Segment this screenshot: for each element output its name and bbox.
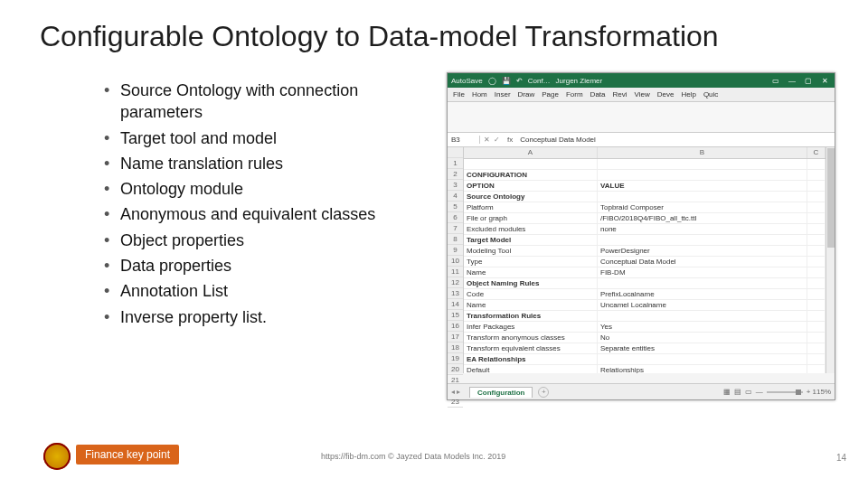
table-row[interactable]: Modeling ToolPowerDesigner bbox=[464, 246, 835, 257]
page-number: 14 bbox=[836, 453, 846, 463]
ribbon-tab[interactable]: File bbox=[451, 90, 467, 99]
bullet-item: Target tool and model bbox=[104, 127, 439, 149]
ribbon-tab[interactable]: Help bbox=[679, 90, 697, 99]
undo-icon[interactable]: ↶ bbox=[516, 77, 523, 85]
bullet-item: Source Ontology with connection paramete… bbox=[104, 80, 439, 124]
table-row[interactable]: Infer PackagesYes bbox=[464, 322, 835, 333]
badge-icon bbox=[43, 443, 71, 470]
table-row[interactable]: Transform equivalent classesSeparate ent… bbox=[464, 343, 835, 354]
table-row[interactable]: Source Ontology bbox=[464, 192, 835, 202]
filename-label: Conf… bbox=[528, 77, 551, 85]
ribbon-tab[interactable]: Draw bbox=[516, 90, 537, 99]
bullet-list: Source Ontology with connection paramete… bbox=[104, 80, 439, 332]
ribbon-tab[interactable]: Revi bbox=[611, 90, 629, 99]
bullet-item: Inverse property list. bbox=[104, 306, 439, 328]
autosave-toggle-icon[interactable]: ◯ bbox=[488, 77, 496, 85]
ribbon-tab[interactable]: Quic bbox=[702, 90, 720, 99]
excel-sheet-tabs: ◂ ▸ Configuration + ▦ ▤ ▭ — + 115% bbox=[448, 383, 835, 399]
footer-text: https://fib-dm.com © Jayzed Data Models … bbox=[321, 452, 505, 461]
excel-formula-bar: B3 ✕✓ fx Conceptual Data Model bbox=[448, 133, 835, 147]
table-row[interactable]: DefaultRelationships bbox=[464, 365, 835, 373]
ribbon-tab[interactable]: Page bbox=[540, 90, 561, 99]
row-headers: 1234567891011121314151617181920212223 bbox=[448, 147, 464, 373]
table-row[interactable]: NameUncamel Localname bbox=[464, 300, 835, 311]
close-icon[interactable]: ✕ bbox=[818, 77, 831, 85]
sheet-nav-next-icon[interactable]: ▸ bbox=[457, 388, 460, 396]
table-row[interactable]: TypeConceptual Data Model bbox=[464, 257, 835, 267]
sheet-tab-configuration[interactable]: Configuration bbox=[469, 387, 533, 398]
bullet-item: Annotation List bbox=[104, 280, 439, 302]
name-box[interactable]: B3 bbox=[448, 136, 480, 144]
bullet-item: Ontology module bbox=[104, 178, 439, 200]
finance-key-label: Finance key point bbox=[76, 445, 179, 465]
ribbon-options-icon[interactable]: ▭ bbox=[769, 77, 782, 85]
table-row[interactable]: CONFIGURATION bbox=[464, 170, 835, 181]
autosave-label: AutoSave bbox=[451, 77, 483, 85]
cancel-icon[interactable]: ✕ bbox=[484, 136, 490, 144]
user-label: Jurgen Ziemer bbox=[556, 77, 603, 85]
excel-ribbon-tabs: FileHomInserDrawPageFormDataReviViewDeve… bbox=[448, 88, 835, 102]
table-row[interactable]: EA Relationships bbox=[464, 354, 835, 365]
ribbon-tab[interactable]: Hom bbox=[470, 90, 489, 99]
table-row[interactable]: Object Naming Rules bbox=[464, 278, 835, 289]
table-row[interactable]: Target Model bbox=[464, 235, 835, 246]
bullet-item: Data properties bbox=[104, 255, 439, 277]
excel-titlebar: AutoSave ◯ 💾 ↶ Conf… Jurgen Ziemer ▭ — ▢… bbox=[448, 73, 835, 88]
table-row[interactable]: CodePrefixLocalname bbox=[464, 289, 835, 300]
table-row[interactable]: Transformation Rules bbox=[464, 311, 835, 322]
view-page-icon[interactable]: ▤ bbox=[734, 388, 741, 396]
zoom-slider[interactable] bbox=[767, 391, 803, 393]
maximize-icon[interactable]: ▢ bbox=[802, 77, 815, 85]
save-icon[interactable]: 💾 bbox=[502, 77, 511, 85]
excel-ribbon-area bbox=[448, 102, 835, 133]
formula-value[interactable]: Conceptual Data Model bbox=[516, 136, 599, 144]
scrollbar-vertical[interactable] bbox=[826, 147, 835, 373]
zoom-value[interactable]: + 115% bbox=[807, 388, 831, 396]
bullet-item: Name translation rules bbox=[104, 153, 439, 174]
table-row[interactable] bbox=[464, 159, 835, 170]
ribbon-tab[interactable]: Inser bbox=[493, 90, 513, 99]
ribbon-tab[interactable]: View bbox=[633, 90, 652, 99]
excel-grid: 1234567891011121314151617181920212223 A … bbox=[448, 147, 835, 373]
table-row[interactable]: Transform anonymous classesNo bbox=[464, 333, 835, 343]
table-row[interactable]: Excluded modulesnone bbox=[464, 224, 835, 235]
table-row[interactable]: File or graph/FIBO/2018Q4/FIBO_all_ttc.t… bbox=[464, 213, 835, 224]
bullet-item: Anonymous and equivalent classes bbox=[104, 203, 439, 225]
ribbon-tab[interactable]: Deve bbox=[656, 90, 676, 99]
excel-screenshot: AutoSave ◯ 💾 ↶ Conf… Jurgen Ziemer ▭ — ▢… bbox=[447, 72, 835, 400]
table-row[interactable]: NameFIB-DM bbox=[464, 267, 835, 278]
enter-icon[interactable]: ✓ bbox=[494, 136, 500, 144]
view-normal-icon[interactable]: ▦ bbox=[723, 388, 731, 396]
view-break-icon[interactable]: ▭ bbox=[745, 388, 752, 396]
ribbon-tab[interactable]: Form bbox=[564, 90, 585, 99]
col-headers: A B C bbox=[464, 147, 835, 159]
fx-icon[interactable]: fx bbox=[504, 136, 516, 144]
add-sheet-icon[interactable]: + bbox=[538, 387, 549, 398]
table-row[interactable]: OPTIONVALUE bbox=[464, 181, 835, 192]
sheet-nav-prev-icon[interactable]: ◂ bbox=[451, 388, 455, 396]
bullet-item: Object properties bbox=[104, 230, 439, 251]
ribbon-tab[interactable]: Data bbox=[589, 90, 608, 99]
table-row[interactable]: PlatformTopbraid Composer bbox=[464, 202, 835, 213]
minimize-icon[interactable]: — bbox=[786, 77, 798, 85]
slide-title: Configurable Ontology to Data-model Tran… bbox=[40, 20, 719, 53]
